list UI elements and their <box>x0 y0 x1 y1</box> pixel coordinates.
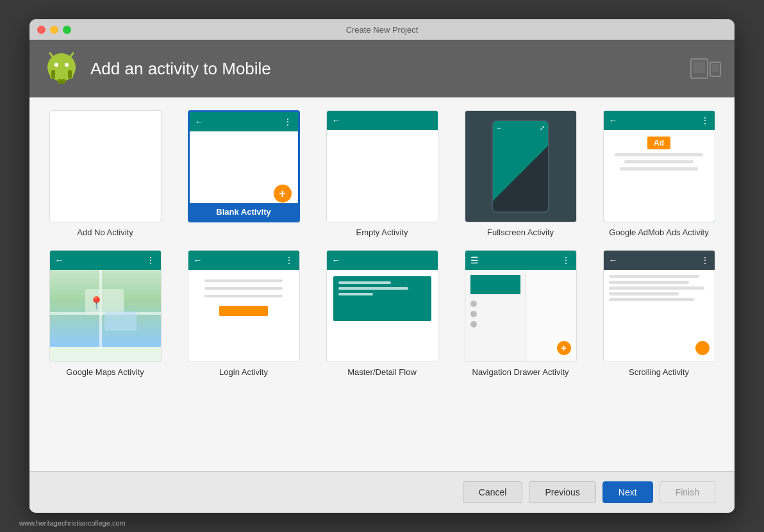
activity-item-nav-drawer[interactable]: ☰ ⋮ + <box>458 250 583 377</box>
activity-label-login: Login Activity <box>219 367 268 377</box>
activity-item-empty-activity[interactable]: ← Empty Activity <box>319 110 445 237</box>
login-topbar: ← ⋮ <box>188 251 299 270</box>
footer-buttons: Cancel Previous Next Finish <box>29 471 735 513</box>
activity-label-nav-drawer: Navigation Drawer Activity <box>472 367 569 377</box>
activity-grid: Add No Activity ← ⋮ + Blank Activity Bla… <box>42 110 722 377</box>
activity-label-maps: Google Maps Activity <box>66 367 144 377</box>
login-btn-preview <box>219 306 269 316</box>
login-field-2 <box>204 287 283 290</box>
master-topbar: ← <box>327 251 438 270</box>
activity-label-scrolling: Scrolling Activity <box>629 367 689 377</box>
thumbnail-empty-activity: ← <box>326 110 438 222</box>
activity-item-blank-activity[interactable]: ← ⋮ + Blank Activity Blank Activity <box>181 110 306 237</box>
svg-rect-11 <box>693 62 705 73</box>
fs-expand-icon: ⤢ <box>540 124 545 131</box>
svg-rect-6 <box>51 70 55 79</box>
login-back-icon: ← <box>194 255 203 265</box>
activity-item-scrolling[interactable]: ← ⋮ Scrolling Activity <box>596 250 722 377</box>
activity-label-master-detail: Master/Detail Flow <box>347 367 417 377</box>
thumbnail-master-detail: ← <box>326 250 438 362</box>
cancel-button[interactable]: Cancel <box>463 481 523 503</box>
login-menu-icon: ⋮ <box>285 255 294 265</box>
window-controls <box>37 26 71 34</box>
minimize-button[interactable] <box>50 26 58 34</box>
titlebar: Create New Project <box>29 19 735 40</box>
selected-label: Blank Activity <box>190 203 298 220</box>
admob-content: Ad <box>604 130 715 222</box>
svg-rect-9 <box>62 79 65 84</box>
map-water <box>104 312 137 331</box>
device-icon <box>690 56 722 81</box>
scrolling-fab-button <box>695 341 710 355</box>
admob-menu-icon: ⋮ <box>701 115 710 126</box>
maps-back-icon: ← <box>55 255 64 265</box>
activity-item-add-no-activity[interactable]: Add No Activity <box>42 110 168 237</box>
blank-phone-topbar: ← ⋮ <box>190 112 298 131</box>
map-area: 📍 <box>50 270 161 347</box>
fullscreen-phone: ← ⤢ <box>492 120 549 213</box>
maps-menu-icon: ⋮ <box>146 255 156 265</box>
footer-url: www.heritagechristiancollege.com <box>19 519 126 527</box>
admob-line-2 <box>624 160 693 163</box>
thumbnail-admob: ← ⋮ Ad <box>603 110 715 222</box>
scroll-line-2 <box>609 281 690 284</box>
activity-item-login[interactable]: ← ⋮ Login Activity <box>181 250 306 377</box>
nav-body: + <box>465 270 576 362</box>
login-field-1 <box>204 279 283 282</box>
fullscreen-screen <box>493 121 548 212</box>
empty-phone-topbar: ← <box>327 111 438 130</box>
svg-rect-7 <box>68 70 72 79</box>
detail-line-2 <box>338 287 409 290</box>
window-title: Create New Project <box>346 25 419 35</box>
maximize-button[interactable] <box>63 26 71 34</box>
activity-label-empty: Empty Activity <box>356 228 408 237</box>
scroll-line-5 <box>609 298 694 301</box>
nav-item-3 <box>470 321 477 328</box>
admob-bar: ← ⋮ <box>604 111 715 130</box>
scrolling-back-icon: ← <box>609 255 618 265</box>
next-button[interactable]: Next <box>602 481 653 503</box>
svg-point-2 <box>54 63 58 67</box>
scroll-line-1 <box>609 275 699 278</box>
fullscreen-preview: ← ⤢ <box>465 111 576 222</box>
login-field-3 <box>204 295 283 297</box>
master-back-icon: ← <box>332 255 341 265</box>
svg-rect-8 <box>58 79 62 84</box>
nav-item-1 <box>470 301 477 307</box>
previous-button[interactable]: Previous <box>529 481 595 503</box>
activity-item-maps[interactable]: ← ⋮ 📍 Google Maps Activity <box>42 250 168 377</box>
maps-topbar: ← ⋮ <box>50 251 161 270</box>
menu-dots-icon: ⋮ <box>283 117 293 127</box>
page-header: Add an activity to Mobile <box>29 40 735 97</box>
fullscreen-phone-container: ← ⤢ <box>465 111 576 222</box>
nav-drawer-header <box>470 275 520 294</box>
svg-rect-13 <box>712 64 718 72</box>
detail-card <box>333 276 431 321</box>
scroll-line-3 <box>609 287 704 290</box>
thumbnail-nav-drawer: ☰ ⋮ + <box>465 250 577 362</box>
activity-item-admob[interactable]: ← ⋮ Ad Google AdMob Ads Activity <box>596 110 722 237</box>
thumbnail-login: ← ⋮ <box>188 250 300 362</box>
activity-label-fullscreen: Fullscreen Activity <box>487 228 554 237</box>
close-button[interactable] <box>37 26 46 34</box>
activity-label-admob: Google AdMob Ads Activity <box>609 228 708 237</box>
finish-button[interactable]: Finish <box>660 481 715 503</box>
nav-menu-icon: ⋮ <box>561 255 571 265</box>
admob-preview: ← ⋮ Ad <box>604 111 715 222</box>
svg-point-3 <box>65 63 69 67</box>
fab-button: + <box>274 185 292 203</box>
nav-fab-button: + <box>557 341 571 355</box>
thumbnail-add-no-activity <box>49 110 162 222</box>
activity-item-master-detail[interactable]: ← Master/Detail Flow <box>319 250 445 377</box>
main-window: Create New Project Add an activity to Mo… <box>29 19 735 513</box>
map-pin-icon: 📍 <box>88 295 104 311</box>
thumbnail-blank-activity: ← ⋮ + Blank Activity <box>188 110 300 222</box>
thumbnail-fullscreen: ← ⤢ <box>465 110 577 222</box>
thumbnail-scrolling: ← ⋮ <box>603 250 715 362</box>
empty-back-icon: ← <box>332 115 341 126</box>
admob-line-1 <box>615 153 703 156</box>
scrolling-menu-icon: ⋮ <box>701 255 710 265</box>
activity-label-add-no-activity: Add No Activity <box>77 228 133 237</box>
activity-item-fullscreen[interactable]: ← ⤢ Fullscreen Activity <box>458 110 583 237</box>
nav-topbar: ☰ ⋮ <box>465 251 576 270</box>
